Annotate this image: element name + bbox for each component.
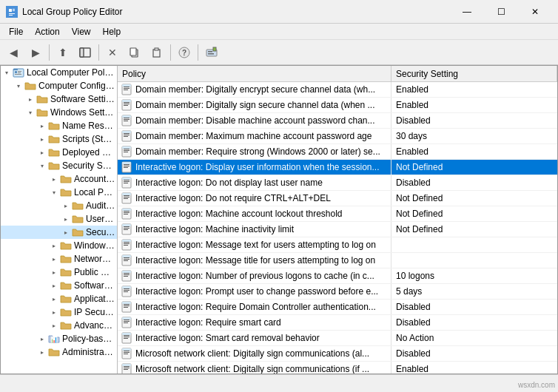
show-hide-button[interactable] (75, 43, 95, 62)
list-body[interactable]: Domain member: Digitally encrypt secure … (118, 82, 557, 374)
policy-name-8: Interactive logon: Do not require CTRL+A… (135, 193, 331, 203)
tree-arrow-account-poli[interactable]: ▸ (48, 176, 60, 183)
tree-arrow-policy-based-qo[interactable]: ▸ (36, 336, 48, 342)
svg-rect-42 (124, 135, 130, 135)
list-row[interactable]: Domain member: Require strong (Windows 2… (118, 144, 557, 160)
tree-arrow-deployed-printer[interactable]: ▸ (36, 149, 48, 156)
tree-item-user-righ[interactable]: ▸ User Righ (1, 212, 117, 226)
paste-button[interactable] (147, 43, 167, 62)
tree-panel[interactable]: ▾ Local Computer Policy ▾ Computer Confi… (1, 66, 118, 374)
tree-item-scripts[interactable]: ▸ Scripts (Startup/S (1, 132, 117, 146)
tree-item-public-key-pc[interactable]: ▸ Public Key Pc (1, 266, 117, 279)
list-row[interactable]: Microsoft network client: Digitally sign… (118, 362, 557, 374)
list-row[interactable]: Interactive logon: Display user informat… (118, 160, 557, 175)
menu-item-help[interactable]: Help (97, 25, 127, 38)
tree-arrow-local-policies[interactable]: ▾ (48, 189, 60, 196)
tree-arrow-security-o[interactable]: ▸ (60, 229, 72, 236)
tree-arrow-user-righ[interactable]: ▸ (60, 216, 72, 223)
tree-arrow-name-resolution[interactable]: ▸ (36, 123, 48, 129)
svg-rect-91 (124, 288, 130, 289)
tree-item-name-resolution[interactable]: ▸ Name Resolution (1, 119, 117, 132)
policy-name-4: Domain member: Maximum machine account p… (135, 131, 372, 141)
svg-rect-67 (124, 212, 130, 213)
tree-arrow-advanced-au[interactable]: ▸ (48, 322, 60, 329)
tree-arrow-windows-settings[interactable]: ▾ (24, 109, 36, 116)
tree-arrow-local-computer-policy[interactable]: ▾ (1, 70, 13, 76)
tree-arrow-computer-config[interactable]: ▾ (13, 83, 24, 89)
list-row[interactable]: Interactive logon: Prompt user to change… (118, 284, 557, 300)
tree-arrow-admin-temp[interactable]: ▸ (36, 349, 48, 356)
tree-arrow-ip-security-pc[interactable]: ▸ (48, 309, 60, 316)
tree-item-local-policies[interactable]: ▾ Local Policies (1, 186, 117, 199)
tree-item-policy-based-qo[interactable]: ▸ 📊 Policy-based Qo (1, 332, 117, 345)
tree-item-application-c[interactable]: ▸ Application C (1, 292, 117, 305)
policy-name-16: Interactive logon: Require smart card (135, 317, 281, 328)
policy-name-19: Microsoft network client: Digitally sign… (135, 364, 369, 374)
policy-column-header[interactable]: Policy (118, 66, 391, 81)
forward-button[interactable]: ▶ (25, 43, 46, 62)
svg-rect-1 (9, 9, 12, 12)
list-row[interactable]: Interactive logon: Machine inactivity li… (118, 222, 557, 237)
list-row[interactable]: Interactive logon: Message text for user… (118, 237, 557, 253)
list-row[interactable]: Interactive logon: Message title for use… (118, 253, 557, 268)
menu-item-view[interactable]: View (66, 25, 97, 38)
tree-item-local-computer-policy[interactable]: ▾ Local Computer Policy (1, 66, 117, 79)
list-row[interactable]: Interactive logon: Do not require CTRL+A… (118, 191, 557, 206)
minimize-button[interactable]: — (450, 0, 484, 24)
menu-item-file[interactable]: File (3, 25, 29, 38)
maximize-button[interactable]: ☐ (484, 0, 518, 24)
list-row[interactable]: Domain member: Maximum machine account p… (118, 129, 557, 144)
tree-item-windows-fire[interactable]: ▸ Windows Fire (1, 239, 117, 252)
tree-item-account-poli[interactable]: ▸ Account Poli (1, 172, 117, 186)
list-row[interactable]: Microsoft network client: Digitally sign… (118, 346, 557, 362)
svg-rect-9 (130, 48, 136, 55)
copy-button[interactable] (124, 43, 145, 62)
tree-arrow-windows-fire[interactable]: ▸ (48, 243, 60, 249)
tree-item-advanced-au[interactable]: ▸ Advanced Au (1, 319, 117, 332)
tree-arrow-security-settings[interactable]: ▾ (36, 163, 48, 169)
tree-item-admin-temp[interactable]: ▸ Administrative Temp (1, 345, 117, 359)
tree-item-software-settings[interactable]: ▸ Software Settings (1, 92, 117, 106)
tree-item-ip-security-pc[interactable]: ▸ IP Security Pc (1, 305, 117, 319)
tree-arrow-scripts[interactable]: ▸ (36, 136, 48, 143)
policy-name-10: Interactive logon: Machine inactivity li… (135, 224, 294, 234)
up-button[interactable]: ⬆ (53, 43, 73, 62)
tree-item-security-settings[interactable]: ▾ Security Settings (1, 159, 117, 172)
tree-item-computer-config[interactable]: ▾ Computer Configuration (1, 79, 117, 92)
tree-arrow-application-c[interactable]: ▸ (48, 296, 60, 303)
list-row[interactable]: Interactive logon: Require smart card Di… (118, 315, 557, 331)
tree-item-security-o[interactable]: ▸ Security O (1, 226, 117, 239)
tree-icon-windows-settings (36, 107, 48, 118)
list-row[interactable]: Interactive logon: Smart card removal be… (118, 331, 557, 346)
menu-item-action[interactable]: Action (29, 25, 65, 38)
cell-setting-19: Enabled (391, 362, 557, 374)
svg-rect-26 (124, 87, 130, 87)
list-row[interactable]: Domain member: Digitally sign secure cha… (118, 98, 557, 113)
list-row[interactable]: Domain member: Disable machine account p… (118, 113, 557, 129)
tree-arrow-software-rest[interactable]: ▸ (48, 283, 60, 289)
tree-item-network-list[interactable]: ▸ Network List (1, 252, 117, 266)
back-button[interactable]: ◀ (3, 43, 24, 62)
close-button[interactable]: ✕ (518, 0, 552, 24)
tree-arrow-public-key-pc[interactable]: ▸ (48, 269, 60, 276)
policy-icon (121, 239, 132, 251)
svg-rect-5 (9, 15, 13, 16)
list-row[interactable]: Interactive logon: Require Domain Contro… (118, 300, 557, 315)
tree-item-deployed-printer[interactable]: ▸ Deployed Printer (1, 146, 117, 159)
tree-item-windows-settings[interactable]: ▾ Windows Settings (1, 106, 117, 119)
svg-rect-116 (124, 366, 130, 367)
list-row[interactable]: Domain member: Digitally encrypt secure … (118, 82, 557, 98)
setting-column-header[interactable]: Security Setting (391, 66, 557, 81)
tree-item-software-rest[interactable]: ▸ Software Rest (1, 279, 117, 292)
cut-button[interactable]: ✕ (102, 43, 123, 62)
properties-button[interactable] (201, 43, 222, 62)
list-row[interactable]: Interactive logon: Do not display last u… (118, 175, 557, 191)
help-button[interactable]: ? (174, 43, 195, 62)
tree-item-audit-poli[interactable]: ▸ Audit Poli (1, 199, 117, 212)
list-row[interactable]: Interactive logon: Machine account locko… (118, 206, 557, 222)
list-row[interactable]: Interactive logon: Number of previous lo… (118, 268, 557, 284)
tree-arrow-network-list[interactable]: ▸ (48, 256, 60, 263)
cell-policy-13: Interactive logon: Number of previous lo… (118, 268, 391, 283)
tree-arrow-software-settings[interactable]: ▸ (24, 96, 36, 103)
tree-arrow-audit-poli[interactable]: ▸ (60, 203, 72, 209)
